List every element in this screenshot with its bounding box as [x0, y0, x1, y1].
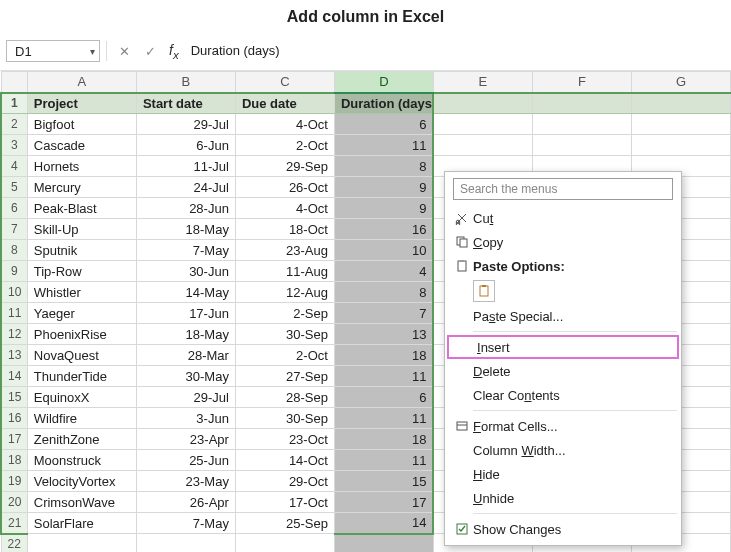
menu-paste-special[interactable]: Paste Special... — [445, 304, 681, 328]
row-header[interactable]: 13 — [1, 345, 27, 366]
col-header-e[interactable]: E — [433, 72, 532, 93]
cell[interactable]: 18-Oct — [235, 219, 334, 240]
menu-delete[interactable]: Delete — [445, 359, 681, 383]
cell[interactable] — [631, 114, 730, 135]
cell[interactable]: PhoenixRise — [27, 324, 136, 345]
cell[interactable]: 7-May — [136, 513, 235, 534]
enter-formula-button[interactable]: ✓ — [139, 40, 161, 62]
fx-icon[interactable]: fx — [165, 42, 183, 61]
cell[interactable]: 11-Aug — [235, 261, 334, 282]
menu-unhide[interactable]: Unhide — [445, 486, 681, 510]
cell[interactable] — [631, 93, 730, 114]
cell[interactable] — [136, 534, 235, 553]
cell[interactable]: Hornets — [27, 156, 136, 177]
cell[interactable]: 8 — [334, 282, 433, 303]
cell[interactable]: 26-Oct — [235, 177, 334, 198]
cell[interactable]: Cascade — [27, 135, 136, 156]
formula-input[interactable]: Duration (days) — [187, 40, 725, 62]
cell[interactable]: 28-Jun — [136, 198, 235, 219]
cell[interactable]: 10 — [334, 240, 433, 261]
row-header[interactable]: 3 — [1, 135, 27, 156]
menu-search-input[interactable]: Search the menus — [453, 178, 673, 200]
cell[interactable]: 11 — [334, 135, 433, 156]
row-header[interactable]: 2 — [1, 114, 27, 135]
cell[interactable]: 18-May — [136, 324, 235, 345]
cell[interactable]: Sputnik — [27, 240, 136, 261]
row-header[interactable]: 8 — [1, 240, 27, 261]
cell[interactable]: ZenithZone — [27, 429, 136, 450]
cell[interactable]: 4-Oct — [235, 198, 334, 219]
cell[interactable]: 23-Oct — [235, 429, 334, 450]
paste-option-button[interactable] — [473, 280, 495, 302]
row-header[interactable]: 1 — [1, 93, 27, 114]
cell[interactable]: CrimsonWave — [27, 492, 136, 513]
cell[interactable]: Wildfire — [27, 408, 136, 429]
cell[interactable]: 6 — [334, 387, 433, 408]
cell[interactable]: 18-May — [136, 219, 235, 240]
cell[interactable]: 25-Jun — [136, 450, 235, 471]
cell[interactable]: 24-Jul — [136, 177, 235, 198]
row-header[interactable]: 11 — [1, 303, 27, 324]
menu-insert[interactable]: Insert — [447, 335, 679, 359]
menu-column-width[interactable]: Column Width... — [445, 438, 681, 462]
row-header[interactable]: 20 — [1, 492, 27, 513]
row-header[interactable]: 4 — [1, 156, 27, 177]
col-header-c[interactable]: C — [235, 72, 334, 93]
cell[interactable]: 14-May — [136, 282, 235, 303]
cell[interactable]: 17-Oct — [235, 492, 334, 513]
menu-hide[interactable]: Hide — [445, 462, 681, 486]
cell[interactable] — [433, 135, 532, 156]
cell[interactable]: Tip-Row — [27, 261, 136, 282]
cell[interactable] — [334, 534, 433, 553]
cell[interactable]: 17-Jun — [136, 303, 235, 324]
cell[interactable]: 12-Aug — [235, 282, 334, 303]
row-header[interactable]: 18 — [1, 450, 27, 471]
cell[interactable]: Peak-Blast — [27, 198, 136, 219]
cell[interactable]: 8 — [334, 156, 433, 177]
cell[interactable]: Whistler — [27, 282, 136, 303]
menu-cut[interactable]: Cut — [445, 206, 681, 230]
chevron-down-icon[interactable]: ▾ — [90, 46, 95, 57]
cell[interactable]: 6 — [334, 114, 433, 135]
name-box[interactable]: D1 ▾ — [6, 40, 100, 62]
cell[interactable]: 2-Sep — [235, 303, 334, 324]
col-header-a[interactable]: A — [27, 72, 136, 93]
cell[interactable] — [532, 114, 631, 135]
row-header[interactable]: 16 — [1, 408, 27, 429]
cell[interactable]: 14-Oct — [235, 450, 334, 471]
cell[interactable]: 23-Aug — [235, 240, 334, 261]
row-header[interactable]: 21 — [1, 513, 27, 534]
row-header[interactable]: 15 — [1, 387, 27, 408]
cell[interactable]: 18 — [334, 429, 433, 450]
cell[interactable]: 29-Oct — [235, 471, 334, 492]
cell[interactable] — [433, 114, 532, 135]
cell[interactable]: SolarFlare — [27, 513, 136, 534]
cell[interactable]: Due date — [235, 93, 334, 114]
row-header[interactable]: 22 — [1, 534, 27, 553]
menu-format-cells[interactable]: Format Cells... — [445, 414, 681, 438]
cell[interactable] — [532, 135, 631, 156]
cancel-formula-button[interactable]: ✕ — [113, 40, 135, 62]
cell[interactable]: Skill-Up — [27, 219, 136, 240]
cell[interactable]: 9 — [334, 177, 433, 198]
row-header[interactable]: 12 — [1, 324, 27, 345]
cell[interactable] — [433, 93, 532, 114]
cell[interactable]: 2-Oct — [235, 345, 334, 366]
row-header[interactable]: 9 — [1, 261, 27, 282]
select-all-corner[interactable] — [1, 72, 27, 93]
cell[interactable]: 23-May — [136, 471, 235, 492]
cell[interactable]: 29-Jul — [136, 387, 235, 408]
cell[interactable]: 7-May — [136, 240, 235, 261]
cell[interactable]: 25-Sep — [235, 513, 334, 534]
cell[interactable]: Start date — [136, 93, 235, 114]
cell[interactable]: VelocityVortex — [27, 471, 136, 492]
cell[interactable]: EquinoxX — [27, 387, 136, 408]
cell[interactable]: 9 — [334, 198, 433, 219]
cell[interactable] — [532, 93, 631, 114]
cell[interactable]: 30-Sep — [235, 408, 334, 429]
col-header-f[interactable]: F — [532, 72, 631, 93]
cell[interactable]: 7 — [334, 303, 433, 324]
cell[interactable]: 11 — [334, 450, 433, 471]
cell[interactable]: 30-Jun — [136, 261, 235, 282]
cell[interactable]: Moonstruck — [27, 450, 136, 471]
